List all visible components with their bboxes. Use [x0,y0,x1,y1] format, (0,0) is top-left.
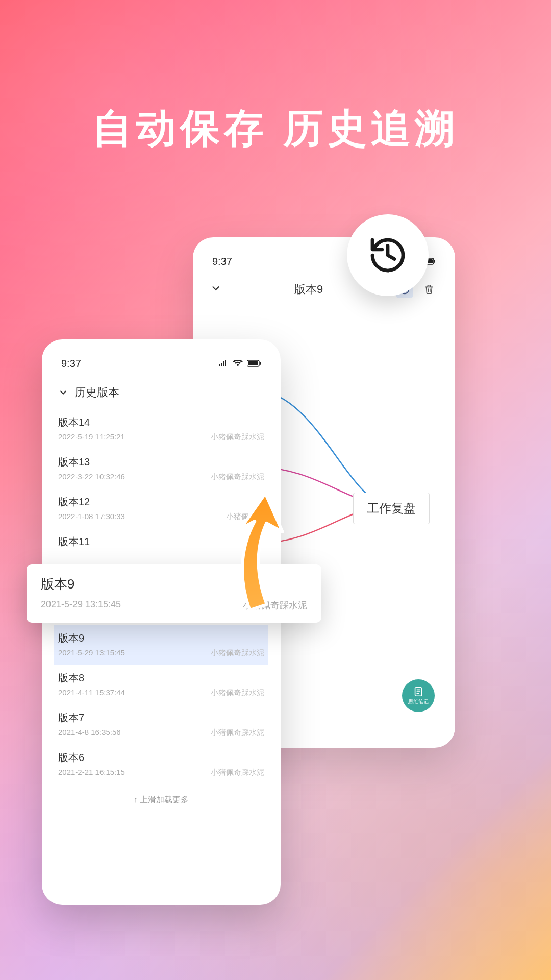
load-more-hint: ↑ 上滑加载更多 [56,785,266,816]
version-title: 版本7 [58,711,264,725]
version-title: 版本6 [58,751,264,765]
mindmap-center-node[interactable]: 工作复盘 [353,493,430,524]
trash-icon[interactable] [420,281,438,298]
history-badge [347,214,429,296]
version-item[interactable]: 版本7 2021-4-8 16:35:56小猪佩奇踩水泥 [56,705,266,745]
arrow-icon [199,482,321,622]
version-date: 2022-1-08 17:30:33 [58,512,125,522]
version-date: 2022-3-22 10:32:46 [58,472,125,482]
version-author: 小猪佩奇踩水泥 [211,648,264,658]
version-author: 小猪佩奇踩水泥 [211,768,264,777]
version-item[interactable]: 版本8 2021-4-11 15:37:44小猪佩奇踩水泥 [56,665,266,705]
version-author: 小猪佩奇踩水泥 [211,472,264,482]
battery-icon [247,358,261,370]
signal-icon [218,358,229,370]
document-title: 版本9 [294,282,323,297]
status-time: 9:37 [212,256,232,267]
version-title: 版本14 [58,415,264,429]
page-headline: 自动保存 历史追溯 [0,102,551,156]
version-item[interactable]: 版本6 2021-2-21 16:15:15小猪佩奇踩水泥 [56,745,266,785]
callout-date: 2021-5-29 13:15:45 [41,599,121,611]
version-title: 版本9 [58,631,264,645]
wifi-icon [233,358,243,370]
version-title: 版本8 [58,671,264,685]
list-header-title: 历史版本 [74,385,119,400]
version-date: 2021-5-29 13:15:45 [58,648,125,658]
status-bar: 9:37 [56,356,266,380]
svg-rect-5 [260,362,261,365]
version-author: 小猪佩奇踩水泥 [211,432,264,442]
notes-fab[interactable]: 思维笔记 [402,679,435,712]
version-author: 小猪佩奇踩水泥 [211,688,264,698]
status-time: 9:37 [61,358,81,370]
svg-rect-2 [434,260,435,263]
version-author: 小猪佩奇踩水泥 [211,728,264,738]
version-item[interactable]: 版本13 2022-3-22 10:32:46小猪佩奇踩水泥 [56,449,266,489]
version-date: 2021-4-8 16:35:56 [58,728,121,738]
chevron-down-icon [58,387,68,398]
version-date: 2021-4-11 15:37:44 [58,688,125,698]
version-item-selected[interactable]: 版本9 2021-5-29 13:15:45小猪佩奇踩水泥 [54,625,268,665]
version-item[interactable]: 版本14 2022-5-19 11:25:21小猪佩奇踩水泥 [56,409,266,449]
fab-label: 思维笔记 [408,698,429,705]
version-date: 2022-5-19 11:25:21 [58,432,125,442]
svg-rect-4 [248,361,258,365]
list-header[interactable]: 历史版本 [56,380,266,409]
version-date: 2021-2-21 16:15:15 [58,768,125,777]
back-chevron-icon[interactable] [210,283,221,296]
version-title: 版本13 [58,455,264,469]
